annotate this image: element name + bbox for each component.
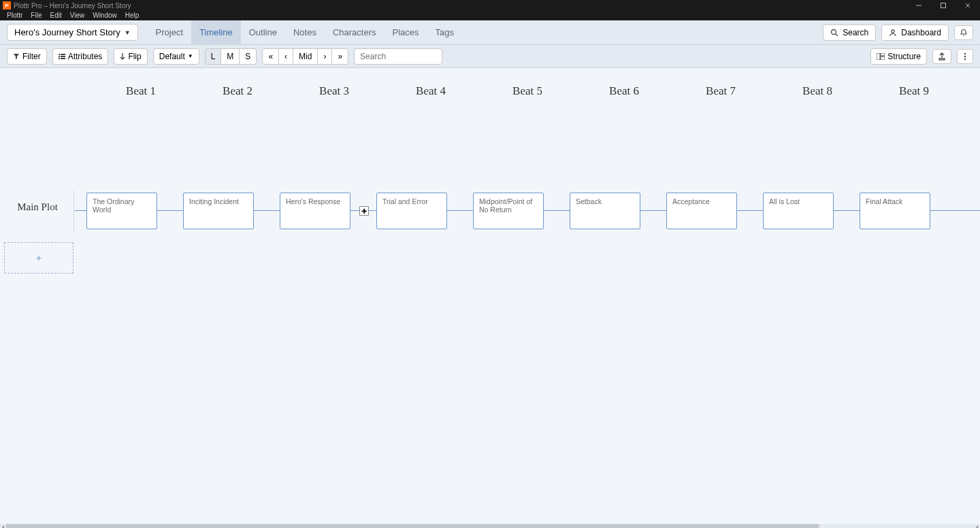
export-icon — [938, 52, 946, 61]
nav-prev[interactable]: ‹ — [279, 48, 293, 65]
svg-rect-7 — [59, 54, 60, 55]
svg-point-6 — [892, 29, 894, 32]
beat-header[interactable]: Beat 8 — [769, 84, 866, 105]
nav-next[interactable]: › — [318, 48, 332, 65]
export-button[interactable] — [932, 49, 951, 64]
window-titlebar: P Plottr Pro – Hero's Journey Short Stor… — [0, 0, 980, 11]
tab-tags[interactable]: Tags — [427, 20, 462, 44]
scene-card[interactable]: Final Attack — [860, 193, 930, 229]
menu-help[interactable]: Help — [121, 11, 144, 20]
beat-header[interactable]: Beat 7 — [672, 84, 769, 105]
size-medium[interactable]: M — [221, 48, 240, 65]
search-button[interactable]: Search — [823, 24, 876, 41]
beat-header[interactable]: Beat 2 — [189, 84, 286, 105]
scroll-left[interactable]: ◂ — [0, 524, 5, 528]
attributes-button[interactable]: Attributes — [52, 48, 109, 65]
scene-card[interactable]: Setback — [570, 193, 640, 229]
menu-file[interactable]: File — [27, 11, 46, 20]
chevron-left-icon: ‹ — [284, 52, 287, 61]
tab-notes[interactable]: Notes — [285, 20, 325, 44]
search-label: Search — [843, 28, 868, 37]
svg-rect-9 — [59, 56, 60, 57]
menu-view[interactable]: View — [66, 11, 89, 20]
beat-header[interactable]: Beat 3 — [286, 84, 382, 105]
svg-rect-15 — [881, 53, 885, 56]
beat-header[interactable]: Beat 4 — [382, 84, 479, 105]
file-dropdown-label: Hero's Journey Short Story — [14, 27, 120, 37]
nav-first[interactable]: « — [262, 48, 279, 65]
chevron-right-icon: › — [323, 52, 326, 61]
file-dropdown[interactable]: Hero's Journey Short Story ▼ — [7, 24, 138, 41]
tab-project[interactable]: Project — [148, 20, 191, 44]
tab-outline[interactable]: Outline — [241, 20, 285, 44]
beats-header: Beat 1 Beat 2 Beat 3 Beat 4 Beat 5 Beat … — [0, 84, 962, 105]
scroll-thumb[interactable] — [5, 524, 819, 528]
beat-header[interactable]: Beat 1 — [93, 84, 189, 105]
beat-header[interactable]: Beat 9 — [866, 84, 962, 105]
caret-down-icon: ▼ — [188, 53, 193, 59]
menu-plottr[interactable]: Plottr — [3, 11, 27, 20]
nav-controls: « ‹ Mid › » — [262, 48, 348, 65]
structure-button[interactable]: Structure — [870, 48, 927, 65]
scene-card[interactable]: Midpoint/Point of No Return — [473, 193, 544, 229]
plus-icon: ✚ — [361, 208, 367, 215]
nav-tabs: Project Timeline Outline Notes Character… — [148, 20, 462, 44]
view-mode-label: Default — [159, 52, 185, 61]
scroll-right[interactable]: ▸ — [975, 524, 980, 528]
caret-down-icon: ▼ — [125, 29, 131, 36]
add-plotline-button[interactable]: + — [4, 242, 74, 274]
tab-characters[interactable]: Characters — [325, 20, 385, 44]
menu-bar: Plottr File Edit View Window Help — [0, 11, 980, 20]
filter-button[interactable]: Filter — [7, 48, 47, 65]
chevron-double-left-icon: « — [268, 52, 273, 61]
svg-line-5 — [836, 34, 838, 36]
scene-card[interactable]: Trial and Error — [376, 193, 447, 229]
size-large[interactable]: L — [205, 48, 222, 65]
search-input[interactable] — [354, 48, 442, 65]
svg-rect-16 — [881, 56, 885, 60]
view-mode-dropdown[interactable]: Default ▼ — [153, 48, 199, 65]
beat-header[interactable]: Beat 5 — [479, 84, 576, 105]
nav-mid[interactable]: Mid — [293, 48, 318, 65]
scene-card[interactable]: Inciting Incident — [183, 193, 254, 229]
dashboard-button[interactable]: Dashboard — [881, 24, 949, 41]
layout-icon — [877, 53, 885, 60]
close-button[interactable] — [956, 0, 980, 11]
size-toggle: L M S — [205, 48, 257, 65]
timeline-canvas[interactable]: Beat 1 Beat 2 Beat 3 Beat 4 Beat 5 Beat … — [0, 68, 980, 524]
plus-icon: + — [36, 252, 42, 263]
dashboard-label: Dashboard — [901, 28, 941, 37]
scroll-track[interactable] — [5, 524, 975, 528]
arrow-down-icon — [120, 53, 125, 60]
structure-label: Structure — [887, 52, 921, 61]
svg-point-20 — [964, 58, 966, 59]
scene-card[interactable]: Hero's Response — [280, 193, 350, 229]
flip-label: Flip — [128, 52, 141, 61]
tab-timeline[interactable]: Timeline — [191, 20, 241, 44]
app-icon: P — [3, 1, 11, 10]
insert-card-button[interactable]: ✚ — [359, 206, 369, 216]
chevron-double-right-icon: » — [338, 52, 342, 61]
scene-card[interactable]: The Ordinary World — [86, 193, 157, 229]
scene-card[interactable]: All is Lost — [763, 193, 834, 229]
tab-places[interactable]: Places — [384, 20, 427, 44]
nav-last[interactable]: » — [332, 48, 348, 65]
cards-row: The Ordinary World Inciting Incident Her… — [74, 192, 980, 230]
svg-rect-17 — [939, 59, 945, 60]
flip-button[interactable]: Flip — [114, 48, 147, 65]
size-small[interactable]: S — [240, 48, 257, 65]
maximize-button[interactable] — [931, 0, 956, 11]
svg-point-18 — [964, 52, 966, 54]
horizontal-scrollbar[interactable]: ◂ ▸ — [0, 524, 980, 528]
notifications-button[interactable] — [954, 25, 973, 40]
minimize-button[interactable] — [906, 0, 931, 11]
svg-rect-11 — [59, 58, 60, 59]
menu-edit[interactable]: Edit — [46, 11, 65, 20]
search-icon — [830, 29, 838, 37]
more-button[interactable] — [957, 49, 973, 64]
scene-card[interactable]: Acceptance — [666, 193, 737, 229]
attributes-label: Attributes — [68, 52, 103, 61]
menu-window[interactable]: Window — [88, 11, 121, 20]
beat-header[interactable]: Beat 6 — [576, 84, 672, 105]
track-label[interactable]: Main Plot — [0, 201, 75, 213]
